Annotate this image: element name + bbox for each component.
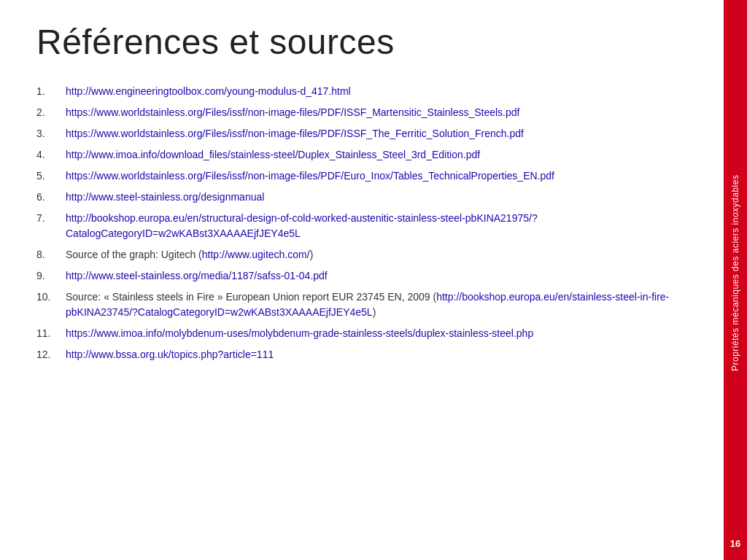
ref-link-12[interactable]: http://www.bssa.org.uk/topics.php?articl… (66, 349, 274, 360)
ref-link-7[interactable]: http://bookshop.europa.eu/en/structural-… (66, 212, 538, 239)
ref-link-3[interactable]: https://www.worldstainless.org/Files/iss… (66, 128, 524, 139)
ref-number: 8. (36, 247, 66, 262)
list-item: 4. http://www.imoa.info/download_files/s… (36, 147, 687, 163)
ref-number: 3. (36, 126, 66, 141)
ref-number: 6. (36, 190, 66, 205)
list-item: 8. Source of the graph: Ugitech (http://… (36, 247, 687, 262)
list-item: 6. http://www.steel-stainless.org/design… (36, 190, 687, 205)
ref-link-11[interactable]: https://www.imoa.info/molybdenum-uses/mo… (66, 327, 533, 339)
sidebar: Propriétés mécaniques des aciers inoxyda… (724, 0, 747, 560)
ref-number: 10. (36, 289, 66, 305)
ref-link-10[interactable]: http://bookshop.europa.eu/en/stainless-s… (66, 291, 669, 318)
ref-content: http://www.steel-stainless.org/designman… (66, 190, 687, 205)
ref-content: Source of the graph: Ugitech (http://www… (66, 247, 687, 262)
ref-content: http://www.imoa.info/download_files/stai… (66, 147, 687, 163)
ref-link-5[interactable]: https://www.worldstainless.org/Files/iss… (66, 170, 554, 182)
ref-content: http://www.engineeringtoolbox.com/young-… (66, 84, 687, 99)
list-item: 11. https://www.imoa.info/molybdenum-use… (36, 326, 687, 341)
ref-content: http://www.steel-stainless.org/media/118… (66, 268, 687, 284)
ref-number: 11. (36, 326, 66, 341)
ref-link-4[interactable]: http://www.imoa.info/download_files/stai… (66, 149, 480, 160)
list-item: 5. https://www.worldstainless.org/Files/… (36, 168, 687, 184)
ref-link-6[interactable]: http://www.steel-stainless.org/designman… (66, 191, 264, 203)
references-list: 1. http://www.engineeringtoolbox.com/you… (36, 84, 687, 362)
ref-number: 5. (36, 168, 66, 184)
list-item: 9. http://www.steel-stainless.org/media/… (36, 268, 687, 284)
main-content: Références et sources 1. http://www.engi… (0, 0, 724, 560)
ref-number: 4. (36, 147, 66, 163)
list-item: 2. https://www.worldstainless.org/Files/… (36, 105, 687, 120)
ref-link-2[interactable]: https://www.worldstainless.org/Files/iss… (66, 106, 519, 118)
ref-number: 12. (36, 347, 66, 362)
ref-number: 9. (36, 268, 66, 284)
ref-number: 2. (36, 105, 66, 120)
list-item: 10. Source: « Stainless steels in Fire »… (36, 289, 687, 320)
ref-link-1[interactable]: http://www.engineeringtoolbox.com/young-… (66, 85, 351, 97)
ref-number: 7. (36, 211, 66, 226)
ref-link-8[interactable]: http://www.ugitech.com/ (202, 249, 310, 260)
list-item: 3. https://www.worldstainless.org/Files/… (36, 126, 687, 141)
ref-link-9[interactable]: http://www.steel-stainless.org/media/118… (66, 270, 328, 281)
ref-content: http://www.bssa.org.uk/topics.php?articl… (66, 347, 687, 362)
page-number: 16 (730, 538, 740, 553)
ref-content: https://www.worldstainless.org/Files/iss… (66, 126, 687, 141)
ref-content: https://www.worldstainless.org/Files/iss… (66, 105, 687, 120)
ref-content: https://www.worldstainless.org/Files/iss… (66, 168, 687, 184)
list-item: 1. http://www.engineeringtoolbox.com/you… (36, 84, 687, 99)
list-item: 12. http://www.bssa.org.uk/topics.php?ar… (36, 347, 687, 362)
list-item: 7. http://bookshop.europa.eu/en/structur… (36, 211, 687, 241)
ref-content: https://www.imoa.info/molybdenum-uses/mo… (66, 326, 687, 341)
sidebar-label: Propriétés mécaniques des aciers inoxyda… (730, 7, 740, 538)
ref-content: http://bookshop.europa.eu/en/structural-… (66, 211, 687, 241)
ref-content: Source: « Stainless steels in Fire » Eur… (66, 289, 687, 320)
ref-number: 1. (36, 84, 66, 99)
page-title: Références et sources (36, 22, 687, 62)
